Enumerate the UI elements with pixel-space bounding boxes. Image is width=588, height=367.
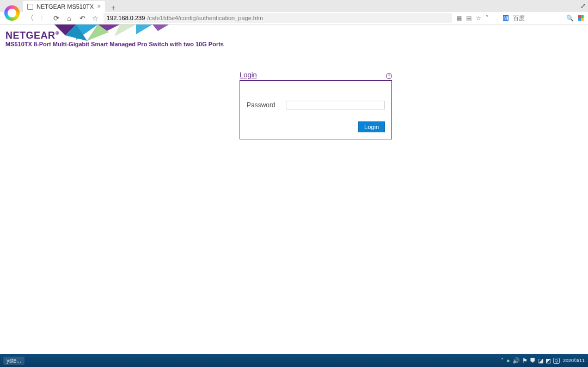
page-icon xyxy=(27,4,33,10)
product-subtitle: MS510TX 8-Port Multi-Gigabit Smart Manag… xyxy=(5,41,224,47)
tray-status-icon[interactable]: ● xyxy=(506,357,510,364)
tray-shield-icon[interactable]: ⛊ xyxy=(530,357,536,364)
password-row: Password xyxy=(247,101,385,109)
search-icon[interactable]: 🔍 xyxy=(566,15,574,22)
tray-icons: ˄ ● 🔊 ⚑ ⛊ ◪ ◩ Q xyxy=(501,357,560,364)
login-box: Password Login xyxy=(240,81,392,139)
login-title: Login xyxy=(240,71,257,79)
tray-app1-icon[interactable]: ◪ xyxy=(538,357,543,364)
bookmark-star-icon[interactable]: ☆ xyxy=(91,14,99,22)
taskbar-date[interactable]: 2020/3/11 xyxy=(563,358,585,363)
login-panel: Login ? Password Login xyxy=(240,71,392,139)
qr-icon[interactable]: ▦ xyxy=(456,15,462,22)
tab-title: NETGEAR MS510TX xyxy=(36,3,94,10)
login-title-row: Login ? xyxy=(240,71,392,81)
browser-chrome: ⤢ NETGEAR MS510TX × + 〈 〉 ⟳ ⌂ ↶ ☆ 192.16… xyxy=(0,0,588,25)
page-header: NETGEAR® MS510TX 8-Port Multi-Gigabit Sm… xyxy=(0,25,588,51)
star-icon[interactable]: ☆ xyxy=(476,15,481,22)
browser-logo-icon[interactable] xyxy=(4,5,20,21)
forward-icon[interactable]: 〉 xyxy=(39,13,47,23)
search-provider-label[interactable]: 百度 xyxy=(513,14,525,22)
system-tray: ˄ ● 🔊 ⚑ ⛊ ◪ ◩ Q 2020/3/11 xyxy=(501,357,585,364)
search-provider-icon[interactable]: 百 xyxy=(503,15,509,21)
reload-icon[interactable]: ⟳ xyxy=(52,14,60,22)
taskbar: yste... ˄ ● 🔊 ⚑ ⛊ ◪ ◩ Q 2020/3/11 xyxy=(0,354,588,367)
nav-buttons: 〈 〉 ⟳ ⌂ ↶ ☆ xyxy=(26,13,99,23)
reader-icon[interactable]: ▤ xyxy=(466,15,471,22)
help-icon[interactable]: ? xyxy=(386,73,392,79)
tray-network-icon[interactable]: ⚑ xyxy=(522,357,528,364)
svg-marker-5 xyxy=(152,25,169,31)
svg-marker-3 xyxy=(114,25,136,36)
tray-volume-icon[interactable]: 🔊 xyxy=(512,357,520,364)
password-input[interactable] xyxy=(286,101,385,109)
apps-icon[interactable] xyxy=(578,15,584,21)
login-button[interactable]: Login xyxy=(358,121,385,132)
svg-marker-4 xyxy=(136,25,152,34)
url-box[interactable]: 192.168.0.239/csfe1fd5e4/config/authenti… xyxy=(103,13,452,23)
brand-logo: NETGEAR® xyxy=(5,30,59,41)
home-icon[interactable]: ⌂ xyxy=(65,14,73,22)
tray-q-icon[interactable]: Q xyxy=(553,358,560,364)
close-tab-icon[interactable]: × xyxy=(97,3,101,10)
tab-bar: NETGEAR MS510TX × + xyxy=(0,0,588,12)
tray-chevron-up-icon[interactable]: ˄ xyxy=(501,357,504,364)
back-icon[interactable]: 〈 xyxy=(26,13,34,23)
nav-bar: 〈 〉 ⟳ ⌂ ↶ ☆ 192.168.0.239/csfe1fd5e4/con… xyxy=(0,12,588,25)
password-label: Password xyxy=(247,101,278,109)
toolbar-right: ▦ ▤ ☆ ˅ 百 百度 🔍 xyxy=(456,14,584,22)
undo-icon[interactable]: ↶ xyxy=(78,14,86,22)
taskbar-app-item[interactable]: yste... xyxy=(3,357,24,365)
tray-app2-icon[interactable]: ◩ xyxy=(546,357,551,364)
chevron-down-icon[interactable]: ˅ xyxy=(486,15,489,22)
new-tab-button[interactable]: + xyxy=(108,3,118,12)
url-host: 192.168.0.239 xyxy=(107,15,145,21)
url-path: /csfe1fd5e4/config/authentication_page.h… xyxy=(147,15,263,21)
browser-tab[interactable]: NETGEAR MS510TX × xyxy=(23,1,105,12)
brand: NETGEAR® xyxy=(5,30,59,41)
